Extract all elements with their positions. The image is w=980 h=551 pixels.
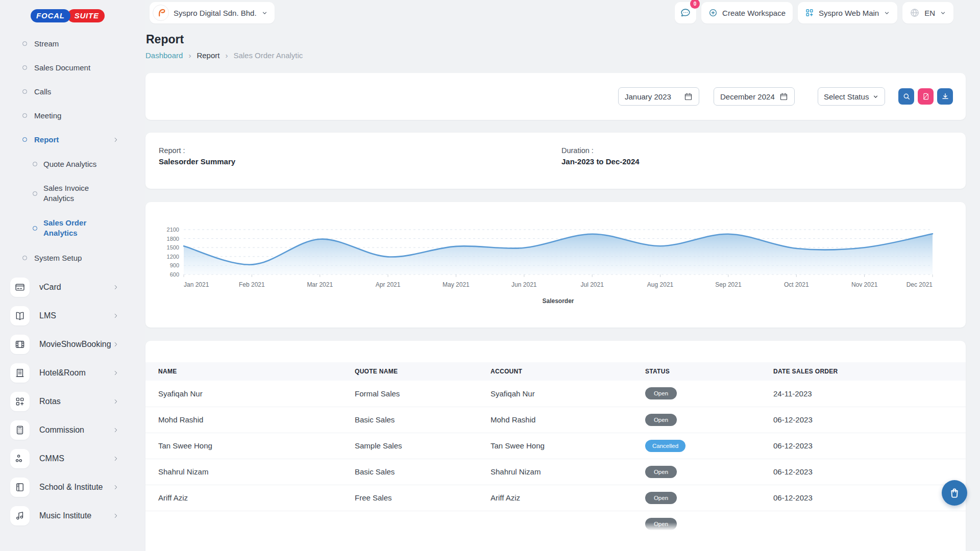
clear-filter-button[interactable] xyxy=(918,88,934,105)
cell-account: Tan Swee Hong xyxy=(491,433,645,459)
music-icon xyxy=(15,511,25,521)
building-icon xyxy=(15,368,25,378)
cell-status: Open xyxy=(645,381,773,407)
module-icon-box xyxy=(10,363,30,383)
sidebar-module-vcard[interactable]: vCard xyxy=(0,273,145,302)
chevron-down-icon xyxy=(872,93,879,100)
main-content: Report Dashboard›Report›Sales Order Anal… xyxy=(145,26,966,551)
from-month-value[interactable] xyxy=(625,92,680,101)
chevron-down-icon xyxy=(884,10,890,16)
chevron-down-icon xyxy=(940,10,946,16)
breadcrumb-item-dashboard[interactable]: Dashboard xyxy=(145,51,183,60)
cell-name: Syafiqah Nur xyxy=(145,381,355,407)
calendar-icon[interactable] xyxy=(684,92,693,101)
app-logo[interactable]: FOCAL SUITE xyxy=(31,9,105,22)
cell-date-sales-order-text: 06-12-2023 xyxy=(773,415,813,424)
breadcrumb-item-sales-order-analytic: Sales Order Analytic xyxy=(233,51,303,60)
sidebar-module-label: MovieShowBooking xyxy=(39,340,111,349)
sidebar-item-label: Sales Document xyxy=(34,63,90,72)
chevron-right-icon xyxy=(112,284,119,291)
floating-cart-button[interactable] xyxy=(942,480,967,506)
grid-plus-icon xyxy=(805,8,814,17)
cell-status: Open xyxy=(645,459,773,485)
sidebar-item-system-setup[interactable]: System Setup xyxy=(0,246,145,270)
salesorder-chart-card: 6009001200150018002100Jan 2021Feb 2021Ma… xyxy=(145,202,966,328)
sidebar-module-movieshowbooking[interactable]: MovieShowBooking xyxy=(0,330,145,359)
workspace-selector[interactable]: Syspro Digital Sdn. Bhd. xyxy=(150,2,275,23)
chevron-right-icon xyxy=(112,427,119,434)
bullet-icon xyxy=(22,137,27,142)
app-selector[interactable]: Syspro Web Main xyxy=(798,2,897,23)
sidebar-subitem-quote-analytics[interactable]: Quote Analytics xyxy=(0,152,145,177)
sidebar-module-label: Music Institute xyxy=(39,511,91,520)
column-header-name: NAME xyxy=(145,362,355,381)
sidebar-subitem-sales-invoice-analytics[interactable]: Sales Invoice Analytics xyxy=(0,177,145,210)
sidebar-item-label: Meeting xyxy=(34,111,61,120)
cell-quote-name: Free Sales xyxy=(355,485,491,511)
bullet-icon xyxy=(22,65,27,70)
sidebar-subitem-label: Sales Order Analytics xyxy=(43,218,106,238)
to-month-input[interactable] xyxy=(714,87,795,106)
sidebar-item-report[interactable]: Report xyxy=(0,128,145,152)
from-month-input[interactable] xyxy=(618,87,699,106)
cell-quote-name-text: Sample Sales xyxy=(355,441,402,450)
sidebar-module-rotas[interactable]: Rotas xyxy=(0,387,145,416)
sidebar-module-lms[interactable]: LMS xyxy=(0,302,145,330)
logo-suite: SUITE xyxy=(67,9,105,22)
table-header-row: NAMEQUOTE NAMEACCOUNTSTATUSDATE SALES OR… xyxy=(145,362,966,381)
sidebar-item-calls[interactable]: Calls xyxy=(0,80,145,104)
table-row: Mohd RashidBasic SalesMohd RashidOpen06-… xyxy=(145,407,966,433)
cell-account: Ariff Aziz xyxy=(491,485,645,511)
sidebar-module-music-institute[interactable]: Music Institute xyxy=(0,502,145,530)
sidebar-module-school-institute[interactable]: School & Institute xyxy=(0,473,145,502)
column-header-date-sales-order: DATE SALES ORDER xyxy=(773,362,966,381)
module-icon-box xyxy=(10,478,30,497)
calendar-icon[interactable] xyxy=(779,92,788,101)
to-month-value[interactable] xyxy=(720,92,775,101)
sidebar-item-label: Calls xyxy=(34,87,51,96)
create-workspace-button[interactable]: Create Workspace xyxy=(701,2,793,23)
column-header-quote-name: QUOTE NAME xyxy=(355,362,491,381)
search-button[interactable] xyxy=(898,88,914,105)
sidebar-item-stream[interactable]: Stream xyxy=(0,32,145,56)
download-button[interactable] xyxy=(937,88,953,105)
language-selector[interactable]: EN xyxy=(902,2,953,23)
cell-name-text: Mohd Rashid xyxy=(158,415,203,424)
chevron-right-icon xyxy=(112,369,119,377)
sidebar-subitem-sales-order-analytics[interactable]: Sales Order Analytics xyxy=(0,210,145,246)
chevron-right-icon xyxy=(112,512,119,519)
table-row: Syafiqah NurFormal SalesSyafiqah NurOpen… xyxy=(145,381,966,407)
svg-text:600: 600 xyxy=(170,271,179,278)
sidebar-item-sales-document[interactable]: Sales Document xyxy=(0,56,145,80)
svg-text:Dec 2021: Dec 2021 xyxy=(906,281,933,288)
table-row: Ariff AzizFree SalesAriff AzizOpen06-12-… xyxy=(145,485,966,511)
filter-bar: Select Status xyxy=(145,73,966,120)
svg-text:Feb 2021: Feb 2021 xyxy=(239,281,265,288)
sidebar-item-label: System Setup xyxy=(34,254,82,262)
sidebar-subitem-label: Quote Analytics xyxy=(43,159,106,169)
cell-quote-name: Basic Sales xyxy=(355,459,491,485)
sidebar-item-label: Report xyxy=(34,135,59,144)
sidebar-module-label: School & Institute xyxy=(39,483,103,492)
cell-name-text: Ariff Aziz xyxy=(158,493,188,502)
create-workspace-label: Create Workspace xyxy=(722,9,786,17)
sidebar-subitem-label: Sales Invoice Analytics xyxy=(43,183,106,204)
messages-button[interactable]: 0 xyxy=(675,2,696,23)
sidebar-module-label: LMS xyxy=(39,311,56,320)
cell-date-sales-order-text: 24-11-2023 xyxy=(773,389,812,398)
status-select-value: Select Status xyxy=(824,92,869,101)
sidebar-item-meeting[interactable]: Meeting xyxy=(0,104,145,128)
module-icon-box xyxy=(10,392,30,411)
school-icon xyxy=(15,482,25,492)
cell-quote-name-text: Formal Sales xyxy=(355,389,400,398)
breadcrumb-item-report[interactable]: Report xyxy=(197,51,219,60)
cell-status: Open xyxy=(645,511,773,537)
sidebar-module-cmms[interactable]: CMMS xyxy=(0,444,145,473)
sidebar-module-commission[interactable]: Commission xyxy=(0,416,145,444)
idcard-icon xyxy=(15,282,25,292)
svg-text:Nov 2021: Nov 2021 xyxy=(851,281,878,288)
cell-account-text: Mohd Rashid xyxy=(491,415,535,424)
download-icon xyxy=(941,92,949,101)
sidebar-module-hotel-room[interactable]: Hotel&Room xyxy=(0,359,145,387)
status-select[interactable]: Select Status xyxy=(818,87,885,106)
